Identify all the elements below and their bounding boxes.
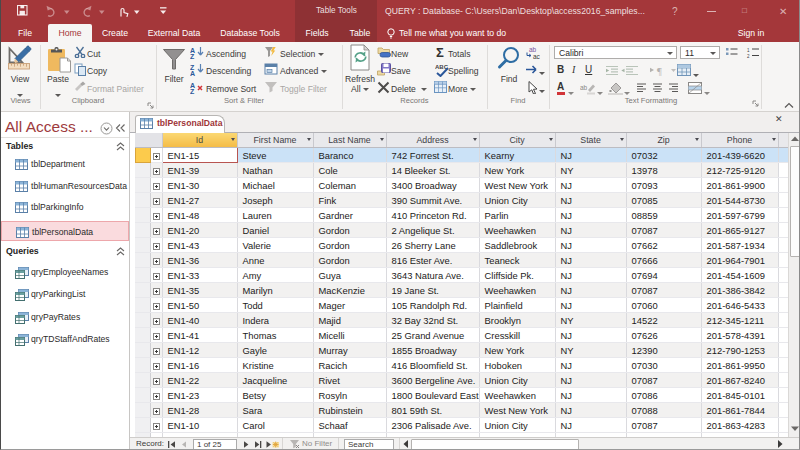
svg-text:Z: Z <box>190 53 195 59</box>
svg-text:ab: ab <box>529 46 537 53</box>
svg-text:1: 1 <box>747 48 750 53</box>
svg-text:ac: ac <box>533 53 541 59</box>
svg-text:ab: ab <box>580 84 588 91</box>
svg-text:¶: ¶ <box>657 66 662 76</box>
svg-text:Z: Z <box>190 88 195 94</box>
svg-text:2: 2 <box>747 54 750 59</box>
svg-text:A: A <box>190 70 195 76</box>
